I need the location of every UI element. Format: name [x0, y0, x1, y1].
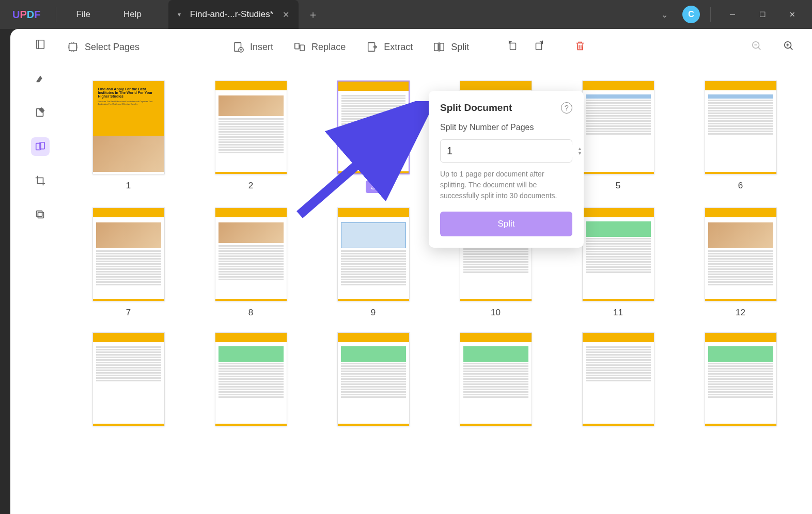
svg-rect-12 [434, 43, 438, 51]
edit-icon[interactable] [31, 103, 50, 122]
page-thumbnail[interactable]: 7 [77, 207, 179, 318]
number-spinner[interactable]: ▲▼ [577, 147, 582, 156]
svg-rect-15 [536, 43, 542, 50]
select-pages-button[interactable]: Select Pages [57, 41, 150, 53]
thumbnails-icon[interactable] [31, 35, 50, 54]
extract-label: Extract [384, 42, 413, 53]
organize-pages-icon[interactable] [31, 137, 50, 156]
page-number: 1 [126, 181, 131, 191]
extract-icon [366, 41, 378, 53]
rotate-left-icon[interactable] [500, 40, 526, 54]
svg-rect-10 [300, 45, 304, 51]
split-pages-input-wrap[interactable]: ▲▼ [440, 139, 572, 163]
page-number: 8 [248, 308, 253, 318]
help-icon[interactable]: ? [561, 102, 572, 114]
extract-button[interactable]: Extract [356, 41, 423, 53]
page-thumbnail[interactable]: 8 [200, 207, 302, 318]
zoom-in-icon[interactable] [776, 40, 802, 54]
split-option-label: Split by Number of Pages [440, 123, 572, 132]
main-panel: Select Pages Insert Replace Extract Spli… [10, 29, 812, 514]
page-thumbnail[interactable]: 12 [690, 207, 791, 318]
page-number: 5 [616, 181, 620, 191]
minimize-button[interactable]: ─ [721, 4, 744, 25]
svg-rect-0 [37, 40, 44, 49]
replace-label: Replace [311, 42, 346, 53]
divider [56, 7, 56, 22]
rotate-right-icon[interactable] [526, 40, 552, 54]
svg-rect-9 [295, 43, 299, 49]
split-dialog-title: Split Document [440, 102, 512, 114]
page-thumbnail[interactable] [200, 332, 302, 426]
layers-icon[interactable] [31, 205, 50, 224]
page-number: 7 [126, 308, 131, 318]
svg-rect-13 [440, 43, 444, 51]
svg-rect-14 [510, 43, 516, 50]
divider [710, 7, 711, 22]
split-dialog: Split Document ? Split by Number of Page… [429, 91, 584, 248]
page-thumbnail[interactable]: 3 [322, 81, 424, 193]
titlebar: UPDF File Help ▾ Find-and-...r-Studies* … [0, 0, 812, 29]
document-tab[interactable]: ▾ Find-and-...r-Studies* ✕ [168, 0, 299, 29]
split-button[interactable]: Split [423, 41, 479, 53]
insert-label: Insert [250, 42, 273, 53]
tab-title: Find-and-...r-Studies* [190, 9, 274, 20]
page-number: 10 [491, 308, 501, 318]
page-thumbnail[interactable]: 2 [200, 81, 302, 193]
page-thumbnail[interactable]: 9 [322, 207, 424, 318]
page-number: 11 [613, 308, 623, 318]
maximize-button[interactable]: ☐ [751, 4, 774, 25]
page-thumbnail[interactable] [690, 332, 791, 426]
tab-caret-icon: ▾ [178, 11, 181, 18]
page-thumbnail[interactable]: Find and Apply For the Best Institutes I… [77, 81, 179, 193]
page-number: 3 [366, 181, 381, 193]
page-thumbnail[interactable]: 6 [690, 81, 791, 193]
page-number: 9 [371, 308, 376, 318]
page-number: 12 [736, 308, 745, 318]
crop-icon[interactable] [31, 171, 50, 190]
add-tab-button[interactable]: ＋ [308, 8, 318, 22]
svg-rect-4 [38, 212, 43, 218]
insert-button[interactable]: Insert [222, 41, 284, 53]
user-avatar[interactable]: C [682, 6, 700, 23]
page-thumbnail[interactable] [445, 332, 546, 426]
page-thumbnail[interactable] [77, 332, 179, 426]
left-sidebar [30, 35, 51, 224]
insert-icon [232, 41, 244, 53]
split-pages-input[interactable] [447, 145, 577, 157]
zoom-out-icon[interactable] [744, 40, 770, 54]
svg-rect-5 [37, 211, 42, 217]
menu-file[interactable]: File [59, 9, 106, 20]
split-confirm-button[interactable]: Split [440, 212, 572, 236]
page-number: 2 [248, 181, 253, 191]
replace-icon [294, 41, 305, 53]
delete-icon[interactable] [567, 40, 593, 54]
close-button[interactable]: ✕ [781, 4, 804, 25]
split-hint-text: Up to 1 page per document after splittin… [440, 169, 572, 201]
highlight-icon[interactable] [31, 69, 50, 88]
app-logo: UPDF [0, 9, 53, 21]
page-number: 6 [738, 181, 743, 191]
replace-button[interactable]: Replace [284, 41, 356, 53]
tabs-overflow-icon[interactable]: ⌄ [654, 7, 675, 23]
page-thumbnail[interactable] [322, 332, 424, 426]
split-icon [433, 41, 445, 53]
menu-help[interactable]: Help [107, 9, 158, 20]
select-pages-label: Select Pages [85, 42, 139, 53]
page-toolbar: Select Pages Insert Replace Extract Spli… [57, 29, 802, 65]
page-thumbnail[interactable] [567, 332, 669, 426]
tab-close-icon[interactable]: ✕ [283, 10, 289, 20]
select-icon [67, 41, 79, 53]
split-label: Split [451, 42, 469, 53]
svg-rect-6 [69, 43, 77, 51]
